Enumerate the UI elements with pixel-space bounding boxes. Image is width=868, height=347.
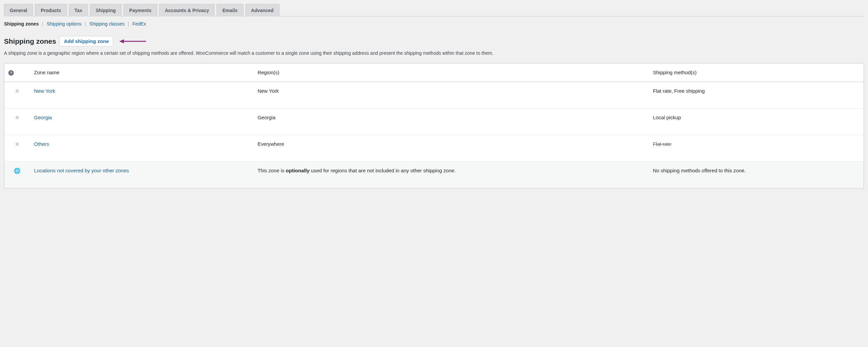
tab-general[interactable]: General: [4, 4, 33, 17]
tab-tax[interactable]: Tax: [69, 4, 88, 17]
tab-payments[interactable]: Payments: [124, 4, 157, 17]
zone-region: Georgia: [253, 108, 649, 135]
subnav-classes[interactable]: Shipping classes: [89, 21, 125, 27]
tab-accounts[interactable]: Accounts & Privacy: [159, 4, 215, 17]
zone-methods: Flat rate, Free shipping: [649, 82, 864, 108]
globe-icon: 🌐: [14, 168, 21, 174]
settings-tabs: General Products Tax Shipping Payments A…: [4, 4, 864, 17]
zone-region: New York: [253, 82, 649, 108]
table-row: ≡ Georgia Georgia Local pickup: [4, 108, 864, 135]
tab-emails[interactable]: Emails: [217, 4, 243, 17]
drag-handle-icon[interactable]: ≡: [16, 115, 19, 121]
add-shipping-zone-button[interactable]: Add shipping zone: [59, 36, 113, 46]
table-row: ≡ Others Everywhere Flat rate: [4, 135, 864, 161]
zone-methods: No shipping methods offered to this zone…: [649, 161, 864, 188]
page-title: Shipping zones: [4, 37, 56, 45]
help-tip-icon[interactable]: ?: [8, 70, 14, 76]
subnav-zones[interactable]: Shipping zones: [4, 21, 39, 27]
zone-name-link[interactable]: New York: [34, 88, 55, 94]
zone-region: Everywhere: [253, 135, 649, 161]
subnav-fedex[interactable]: FedEx: [132, 21, 146, 27]
zone-name-link[interactable]: Others: [34, 141, 49, 147]
tab-advanced[interactable]: Advanced: [245, 4, 279, 17]
zone-name-link[interactable]: Georgia: [34, 115, 52, 120]
th-zone-name: Zone name: [30, 63, 253, 82]
svg-marker-1: [119, 39, 124, 44]
tab-products[interactable]: Products: [35, 4, 67, 17]
subnav-options[interactable]: Shipping options: [47, 21, 82, 27]
page-description: A shipping zone is a geographic region w…: [4, 50, 864, 57]
annotation-arrow-icon: [119, 39, 146, 44]
drag-handle-icon[interactable]: ≡: [16, 141, 19, 147]
drag-handle-icon[interactable]: ≡: [16, 88, 19, 94]
fallback-zone-row: 🌐 Locations not covered by your other zo…: [4, 161, 864, 188]
zone-region: This zone is optionally used for regions…: [253, 161, 649, 188]
table-row: ≡ New York New York Flat rate, Free ship…: [4, 82, 864, 108]
shipping-zones-table: ? Zone name Region(s) Shipping method(s)…: [4, 63, 864, 189]
zone-methods: Flat rate: [649, 135, 864, 161]
shipping-subnav: Shipping zones | Shipping options | Ship…: [4, 21, 864, 27]
zone-name-link[interactable]: Locations not covered by your other zone…: [34, 168, 129, 173]
zone-methods: Local pickup: [649, 108, 864, 135]
tab-shipping[interactable]: Shipping: [90, 4, 122, 17]
th-regions: Region(s): [253, 63, 649, 82]
th-methods: Shipping method(s): [649, 63, 864, 82]
